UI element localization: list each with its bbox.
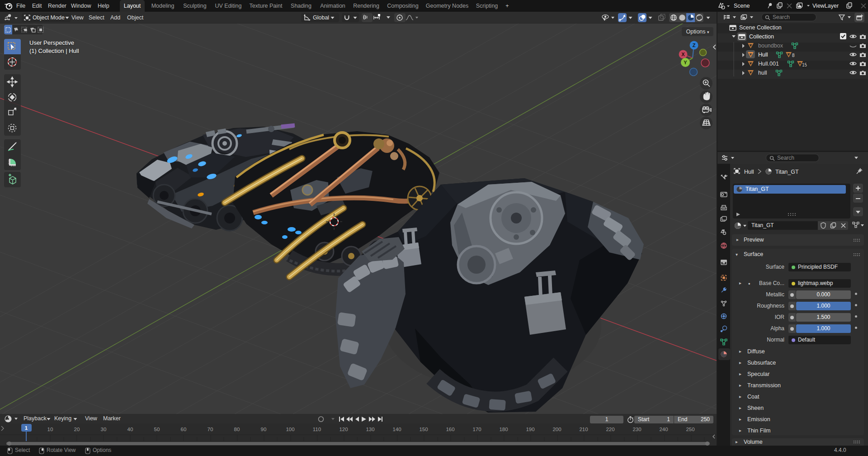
svg-text:140: 140	[392, 427, 401, 432]
svg-text:X: X	[681, 52, 685, 57]
svg-text:190: 190	[526, 427, 534, 432]
svg-text:220: 220	[606, 427, 614, 432]
svg-text:180: 180	[499, 427, 508, 432]
svg-text:110: 110	[313, 427, 321, 432]
svg-text:100: 100	[286, 427, 294, 432]
svg-text:70: 70	[208, 427, 213, 432]
svg-text:15: 15	[802, 62, 807, 67]
svg-text:240: 240	[659, 427, 668, 432]
svg-text:120: 120	[339, 427, 348, 432]
svg-text:8: 8	[792, 53, 795, 58]
svg-text:150: 150	[419, 427, 428, 432]
svg-text:210: 210	[579, 427, 588, 432]
svg-text:230: 230	[632, 427, 641, 432]
svg-text:Z: Z	[693, 43, 696, 48]
svg-text:Y: Y	[684, 60, 687, 65]
svg-text:30: 30	[101, 427, 107, 432]
svg-text:60: 60	[181, 427, 187, 432]
svg-text:80: 80	[234, 427, 240, 432]
svg-text:20: 20	[74, 427, 80, 432]
svg-text:200: 200	[552, 427, 561, 432]
svg-text:50: 50	[154, 427, 160, 432]
svg-text:40: 40	[127, 427, 133, 432]
svg-text:10: 10	[47, 427, 53, 432]
svg-text:250: 250	[686, 427, 694, 432]
svg-text:160: 160	[446, 427, 454, 432]
svg-text:1: 1	[25, 425, 28, 431]
svg-text:90: 90	[261, 427, 267, 432]
svg-text:170: 170	[472, 427, 481, 432]
svg-text:130: 130	[366, 427, 374, 432]
